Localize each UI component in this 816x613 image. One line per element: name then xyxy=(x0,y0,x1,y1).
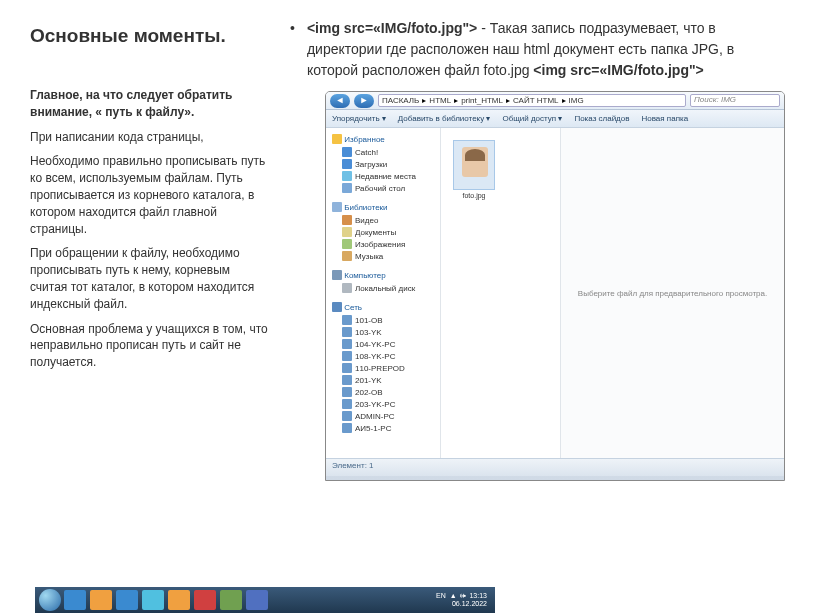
status-bar: Элемент: 1 xyxy=(326,458,784,476)
file-name: foto.jpg xyxy=(453,192,495,199)
sidebar-item[interactable]: 108-YK-PC xyxy=(328,350,438,362)
sidebar-item[interactable]: 110-PREPOD xyxy=(328,362,438,374)
taskbar-icon[interactable] xyxy=(116,590,138,610)
sidebar-item[interactable]: Изображения xyxy=(328,238,438,250)
toolbar-library[interactable]: Добавить в библиотеку ▾ xyxy=(398,114,491,123)
sidebar-network-head[interactable]: Сеть xyxy=(328,300,438,314)
taskbar-icon[interactable] xyxy=(90,590,112,610)
window-nav-bar: ◄ ► ПАСКАЛЬ▸ HTML▸ print_HTML▸ САЙТ HTML… xyxy=(326,92,784,110)
search-input[interactable]: Поиск: IMG xyxy=(690,94,780,107)
recent-icon xyxy=(342,171,352,181)
pc-icon xyxy=(342,351,352,361)
paragraph-3: При обращении к файлу, необходимо пропис… xyxy=(30,245,270,312)
pc-icon xyxy=(342,411,352,421)
code-snippet-1: <img src=«IMG/foto.jpg"> xyxy=(307,20,477,36)
toolbar-newfolder[interactable]: Новая папка xyxy=(641,114,688,123)
preview-pane: Выберите файл для предварительного просм… xyxy=(561,128,784,458)
window-body: Избранное Catch! Загрузки Недавние места… xyxy=(326,128,784,458)
breadcrumb-item[interactable]: HTML xyxy=(429,96,451,105)
toolbar-organize[interactable]: Упорядочить ▾ xyxy=(332,114,386,123)
breadcrumb[interactable]: ПАСКАЛЬ▸ HTML▸ print_HTML▸ САЙТ HTML▸ IM… xyxy=(378,94,686,107)
breadcrumb-item[interactable]: IMG xyxy=(569,96,584,105)
network-icon xyxy=(332,302,342,312)
taskbar: EN ▲ 🕪 13:1306.12.2022 xyxy=(35,587,495,613)
breadcrumb-item[interactable]: print_HTML xyxy=(461,96,503,105)
bullet-text: <img src=«IMG/foto.jpg"> - Такая запись … xyxy=(307,18,760,81)
breadcrumb-item[interactable]: ПАСКАЛЬ xyxy=(382,96,419,105)
sidebar-item[interactable]: Видео xyxy=(328,214,438,226)
taskbar-icon[interactable] xyxy=(246,590,268,610)
pc-icon xyxy=(342,339,352,349)
back-button[interactable]: ◄ xyxy=(330,94,350,108)
toolbar-share[interactable]: Общий доступ ▾ xyxy=(502,114,562,123)
code-snippet-2: <img src=«IMG/foto.jpg"> xyxy=(533,62,703,78)
file-item[interactable]: foto.jpg xyxy=(453,140,495,199)
tray-time: 13:13 xyxy=(469,592,487,599)
sidebar-item[interactable]: АИ5-1-PC xyxy=(328,422,438,434)
sidebar-item[interactable]: 202-OB xyxy=(328,386,438,398)
subtitle: Главное, на что следует обратить внимани… xyxy=(30,87,270,121)
sidebar-computer-head[interactable]: Компьютер xyxy=(328,268,438,282)
paragraph-2: Необходимо правильно прописывать путь ко… xyxy=(30,153,270,237)
document-icon xyxy=(342,227,352,237)
bullet-item: • <img src=«IMG/foto.jpg"> - Такая запис… xyxy=(290,18,760,81)
folder-icon xyxy=(342,147,352,157)
pc-icon xyxy=(342,363,352,373)
sidebar-item[interactable]: Рабочий стол xyxy=(328,182,438,194)
sidebar: Избранное Catch! Загрузки Недавние места… xyxy=(326,128,441,458)
music-icon xyxy=(342,251,352,261)
disk-icon xyxy=(342,283,352,293)
system-tray[interactable]: EN ▲ 🕪 13:1306.12.2022 xyxy=(436,592,491,609)
breadcrumb-item[interactable]: САЙТ HTML xyxy=(513,96,559,105)
sidebar-item[interactable]: Документы xyxy=(328,226,438,238)
sidebar-item[interactable]: 103-YK xyxy=(328,326,438,338)
computer-icon xyxy=(332,270,342,280)
explorer-window: ◄ ► ПАСКАЛЬ▸ HTML▸ print_HTML▸ САЙТ HTML… xyxy=(325,91,785,481)
tray-date: 06.12.2022 xyxy=(452,600,487,607)
sidebar-item[interactable]: Загрузки xyxy=(328,158,438,170)
sidebar-item[interactable]: ADMIN-PC xyxy=(328,410,438,422)
forward-button[interactable]: ► xyxy=(354,94,374,108)
sidebar-libraries-head[interactable]: Библиотеки xyxy=(328,200,438,214)
toolbar: Упорядочить ▾ Добавить в библиотеку ▾ Об… xyxy=(326,110,784,128)
sidebar-item[interactable]: Локальный диск xyxy=(328,282,438,294)
pc-icon xyxy=(342,423,352,433)
sidebar-item[interactable]: 104-YK-PC xyxy=(328,338,438,350)
taskbar-icon[interactable] xyxy=(142,590,164,610)
sidebar-item[interactable]: 201-YK xyxy=(328,374,438,386)
sidebar-item[interactable]: Недавние места xyxy=(328,170,438,182)
pc-icon xyxy=(342,327,352,337)
pc-icon xyxy=(342,375,352,385)
taskbar-icon[interactable] xyxy=(168,590,190,610)
file-pane[interactable]: foto.jpg xyxy=(441,128,561,458)
pc-icon xyxy=(342,315,352,325)
paragraph-4: Основная проблема у учащихся в том, что … xyxy=(30,321,270,371)
download-icon xyxy=(342,159,352,169)
slide-title: Основные моменты. xyxy=(30,25,270,47)
taskbar-icon[interactable] xyxy=(64,590,86,610)
sidebar-item[interactable]: Catch! xyxy=(328,146,438,158)
start-button[interactable] xyxy=(39,589,61,611)
library-icon xyxy=(332,202,342,212)
sidebar-item[interactable]: 101-OB xyxy=(328,314,438,326)
desktop-icon xyxy=(342,183,352,193)
pc-icon xyxy=(342,387,352,397)
tray-lang[interactable]: EN xyxy=(436,592,446,599)
bullet-dot: • xyxy=(290,18,295,81)
paragraph-1: При написании кода страницы, xyxy=(30,129,270,146)
toolbar-slideshow[interactable]: Показ слайдов xyxy=(574,114,629,123)
image-icon xyxy=(342,239,352,249)
taskbar-icon[interactable] xyxy=(194,590,216,610)
sidebar-favorites-head[interactable]: Избранное xyxy=(328,132,438,146)
star-icon xyxy=(332,134,342,144)
sidebar-item[interactable]: 203-YK-PC xyxy=(328,398,438,410)
file-thumbnail xyxy=(453,140,495,190)
video-icon xyxy=(342,215,352,225)
pc-icon xyxy=(342,399,352,409)
taskbar-icon[interactable] xyxy=(220,590,242,610)
sidebar-item[interactable]: Музыка xyxy=(328,250,438,262)
